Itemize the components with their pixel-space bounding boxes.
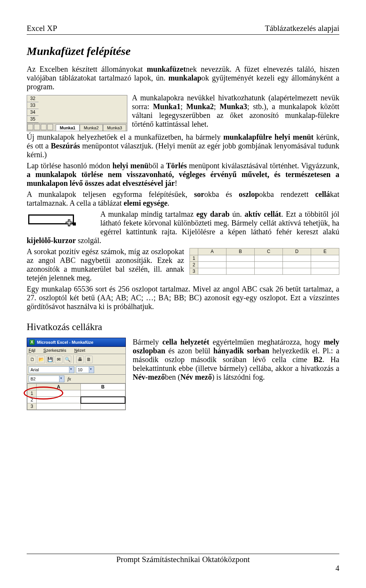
t: aktív cellát	[244, 210, 281, 218]
chevron-down-icon[interactable]	[89, 367, 94, 373]
cell[interactable]	[255, 268, 283, 274]
sheet-tab-active[interactable]: Munka1	[56, 124, 80, 131]
open-file-icon[interactable]: 📂	[37, 356, 45, 363]
t: Beszúrás	[51, 142, 80, 150]
column-header[interactable]: B	[226, 248, 255, 255]
row-header[interactable]: 3	[190, 268, 198, 274]
row-header-selected[interactable]: 2	[27, 397, 37, 403]
font-size-combo[interactable]: 10	[76, 366, 94, 373]
t: munkafüzet	[147, 65, 186, 73]
cell[interactable]	[37, 403, 81, 410]
cell[interactable]	[81, 403, 125, 410]
t: ézet	[77, 348, 85, 353]
t: zerkesztés	[46, 348, 66, 353]
cell[interactable]	[311, 255, 339, 261]
t: a munkalapok törlése nem visszavonható, …	[27, 170, 339, 187]
t: menüpont kiválasztásával történhet. Vigy…	[187, 161, 339, 170]
cell[interactable]	[311, 261, 339, 268]
t: Munka3	[220, 102, 247, 111]
t: sor	[194, 190, 204, 198]
t: ;	[214, 102, 220, 111]
cell[interactable]	[226, 255, 255, 261]
menu-file[interactable]: Fájl	[29, 348, 39, 353]
mail-icon[interactable]: ✉	[55, 356, 63, 363]
tab-nav-next-icon[interactable]	[41, 124, 47, 130]
t: okba rendezett	[259, 190, 315, 198]
cell[interactable]	[198, 268, 226, 274]
tab-nav-last-icon[interactable]	[47, 124, 53, 130]
t: .	[167, 199, 169, 207]
t: Új munkalapok helyezhetőek el a munkafüz…	[27, 133, 223, 141]
t: Munka1	[153, 102, 180, 111]
t: oszlop	[239, 190, 259, 198]
column-header-selected[interactable]: B	[81, 384, 125, 390]
cell[interactable]	[255, 255, 283, 261]
cell[interactable]	[283, 261, 311, 268]
chevron-down-icon[interactable]	[59, 376, 64, 382]
active-cell[interactable]	[81, 397, 125, 403]
font-name-combo[interactable]: Arial	[29, 366, 74, 373]
cell[interactable]	[81, 390, 125, 397]
cell[interactable]	[311, 268, 339, 274]
t: Név mező	[180, 373, 212, 381]
menu-edit[interactable]: Szerkesztés	[43, 348, 70, 353]
search-icon[interactable]: 🔍	[64, 356, 71, 363]
cell[interactable]	[198, 261, 226, 268]
cell[interactable]	[283, 255, 311, 261]
cell[interactable]	[198, 255, 226, 261]
t: N	[74, 348, 77, 353]
t: ún.	[230, 210, 244, 218]
cell[interactable]	[37, 397, 81, 403]
header-left: Excel XP	[27, 24, 57, 33]
t: Lap törlése hasonló módon	[27, 161, 112, 170]
cell[interactable]	[255, 261, 283, 268]
row-header[interactable]: 1	[27, 390, 37, 397]
t: munkalap	[169, 74, 202, 82]
name-box[interactable]: B2	[29, 375, 64, 382]
para-intro: Az Excelben készített állományokat munka…	[27, 65, 339, 91]
sheet-tab[interactable]: Munka2	[80, 124, 103, 131]
row-number: 33	[27, 102, 39, 109]
fx-icon[interactable]: fx	[67, 376, 71, 382]
tab-nav-prev-icon[interactable]	[34, 124, 40, 130]
column-header[interactable]: A	[198, 248, 226, 255]
t: ből a	[149, 161, 166, 170]
t: Törlés	[166, 161, 187, 170]
cell[interactable]	[226, 268, 255, 274]
page-header: Excel XP Táblázatkezelés alapjai	[27, 24, 339, 33]
t: munkalapfülre helyi menüt	[223, 133, 314, 141]
t: cellá	[315, 190, 330, 198]
tab-nav-first-icon[interactable]	[27, 124, 33, 130]
t: A munkalapok teljesen egyforma felépítés…	[27, 190, 194, 198]
footer-rule	[27, 554, 339, 554]
column-header[interactable]: E	[311, 248, 339, 255]
column-header[interactable]: C	[255, 248, 283, 255]
row-header[interactable]: 3	[27, 403, 37, 410]
page-footer: Prompt Számítástechnikai Oktatóközpont 4	[27, 554, 339, 573]
new-file-icon[interactable]: 🗋	[29, 356, 36, 363]
t: helyi menü	[112, 161, 149, 170]
sheet-tab-strip: Munka1 Munka2 Munka3	[27, 123, 127, 131]
figure-select-cursor: ✚	[27, 211, 93, 230]
column-header[interactable]: D	[283, 248, 311, 255]
save-icon[interactable]: 💾	[46, 356, 54, 363]
cell[interactable]	[226, 261, 255, 268]
row-header[interactable]: 2	[190, 261, 198, 268]
t: kijelölő-kurzor	[27, 236, 76, 245]
menu-view[interactable]: Nézet	[74, 348, 89, 353]
sheet-tab[interactable]: Munka3	[103, 124, 126, 131]
column-header[interactable]: A	[37, 384, 81, 390]
row-number: 32	[27, 95, 39, 102]
para-delete-sheet: Lap törlése hasonló módon helyi menüből …	[27, 161, 339, 188]
t: hányadik sorban	[214, 346, 270, 355]
select-all-corner[interactable]	[27, 384, 37, 390]
row-header[interactable]: 1	[190, 255, 198, 261]
cell[interactable]	[37, 390, 81, 397]
print-preview-icon[interactable]: 🗎	[85, 356, 93, 363]
chevron-down-icon[interactable]	[69, 367, 74, 373]
print-icon[interactable]: 🖶	[76, 356, 84, 363]
cell[interactable]	[283, 268, 311, 274]
select-all-corner[interactable]	[190, 248, 198, 255]
section-title: Munkafüzet felépítése	[27, 45, 339, 58]
para-sheet-size: Egy munkalap 65536 sort és 256 oszlopot …	[27, 285, 339, 311]
